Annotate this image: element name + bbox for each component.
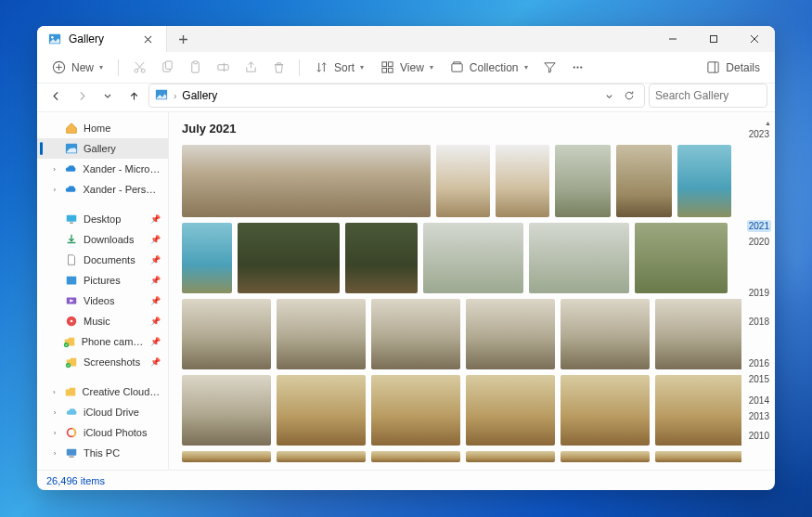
address-dropdown[interactable] <box>599 86 618 105</box>
forward-button[interactable] <box>71 84 93 107</box>
timeline-year[interactable]: 2019 <box>747 287 771 299</box>
photo-thumbnail[interactable] <box>677 145 731 217</box>
search-box[interactable] <box>649 84 767 108</box>
close-button[interactable] <box>734 26 775 52</box>
sidebar-item-documents[interactable]: Documents 📌 <box>37 250 168 270</box>
photo-thumbnail[interactable] <box>436 145 490 217</box>
svg-rect-12 <box>388 62 393 67</box>
timeline-year[interactable]: 2018 <box>747 316 771 328</box>
photo-thumbnail[interactable] <box>423 223 523 293</box>
photo-thumbnail[interactable] <box>345 223 418 293</box>
photo-thumbnail[interactable] <box>655 375 741 446</box>
sidebar-item-phone-camera[interactable]: Phone camera roll 📌 <box>37 331 168 352</box>
tab-gallery[interactable]: Gallery <box>37 26 167 52</box>
timeline-year[interactable]: 2015 <box>747 373 771 385</box>
sort-button[interactable]: Sort ▾ <box>307 55 371 81</box>
paste-button[interactable] <box>182 55 208 81</box>
refresh-button[interactable] <box>620 86 638 105</box>
back-button[interactable] <box>45 84 67 107</box>
sidebar-item-gallery[interactable]: Gallery <box>37 138 168 159</box>
more-button[interactable] <box>565 55 591 81</box>
photo-thumbnail[interactable] <box>655 299 741 369</box>
timeline-year[interactable]: 2021 <box>747 220 771 232</box>
collection-button[interactable]: Collection ▾ <box>443 55 535 81</box>
minimize-button[interactable] <box>652 26 693 52</box>
gallery-icon <box>155 88 168 104</box>
new-button[interactable]: New ▾ <box>45 55 110 81</box>
photo-thumbnail[interactable] <box>371 375 460 446</box>
sidebar-item-home[interactable]: Home <box>37 118 168 138</box>
svg-point-16 <box>574 66 575 68</box>
new-tab-button[interactable] <box>167 26 199 52</box>
photo-thumbnail[interactable] <box>238 223 340 293</box>
recent-dropdown[interactable] <box>97 84 119 107</box>
photo-thumbnail[interactable] <box>182 375 271 446</box>
maximize-button[interactable] <box>693 26 734 52</box>
sidebar-item-icloud-photos[interactable]: › iCloud Photos <box>37 422 168 443</box>
sidebar-item-downloads[interactable]: Downloads 📌 <box>37 229 168 250</box>
scroll-up-icon[interactable]: ▲ <box>765 120 771 126</box>
photo-thumbnail[interactable] <box>182 299 271 369</box>
timeline-year[interactable]: 2013 <box>747 410 771 422</box>
photo-thumbnail[interactable] <box>182 451 271 462</box>
chevron-right-icon[interactable]: › <box>50 388 58 396</box>
photo-thumbnail[interactable] <box>182 223 232 293</box>
photo-thumbnail[interactable] <box>655 451 741 462</box>
photo-thumbnail[interactable] <box>529 223 629 293</box>
photo-thumbnail[interactable] <box>277 375 366 446</box>
chevron-right-icon[interactable]: › <box>50 408 59 417</box>
tab-close-button[interactable] <box>140 32 155 46</box>
sidebar-item-desktop[interactable]: Desktop 📌 <box>37 209 168 229</box>
chevron-right-icon[interactable]: › <box>50 429 59 437</box>
photo-thumbnail[interactable] <box>466 451 555 462</box>
photo-thumbnail[interactable] <box>561 375 650 446</box>
photo-thumbnail[interactable] <box>277 299 366 369</box>
chevron-right-icon[interactable]: › <box>50 186 58 194</box>
chevron-right-icon[interactable]: › <box>50 449 59 458</box>
sidebar-item-xander-microsoft[interactable]: › Xander - Microsoft <box>37 159 168 179</box>
statusbar: 26,496 items <box>37 470 775 490</box>
timeline-year[interactable]: 2020 <box>747 236 771 248</box>
photo-thumbnail[interactable] <box>466 375 555 446</box>
more-icon <box>571 60 585 74</box>
filter-button[interactable] <box>537 55 563 81</box>
copy-icon <box>161 60 174 74</box>
photo-thumbnail[interactable] <box>561 299 650 369</box>
photo-thumbnail[interactable] <box>466 299 555 369</box>
timeline-year[interactable]: 2023 <box>747 128 771 140</box>
sidebar-item-this-pc[interactable]: › This PC <box>37 443 168 463</box>
sidebar-item-icloud-drive[interactable]: › iCloud Drive <box>37 402 168 422</box>
view-button[interactable]: View ▾ <box>373 55 441 81</box>
photo-thumbnail[interactable] <box>635 223 728 293</box>
photo-thumbnail[interactable] <box>371 451 460 462</box>
timeline-year[interactable]: 2010 <box>747 430 771 442</box>
sidebar-item-xander-personal[interactable]: › Xander - Personal <box>37 179 168 200</box>
cut-button[interactable] <box>126 55 152 81</box>
photo-thumbnail[interactable] <box>277 451 366 462</box>
photo-thumbnail[interactable] <box>182 145 431 217</box>
photo-thumbnail[interactable] <box>616 145 672 217</box>
photo-thumbnail[interactable] <box>496 145 549 217</box>
chevron-right-icon[interactable]: › <box>50 165 58 174</box>
timeline-year[interactable]: 2014 <box>747 394 771 407</box>
gallery-grid[interactable]: July 2021 <box>169 112 741 470</box>
address-bar[interactable]: › Gallery <box>148 84 645 108</box>
sidebar-item-screenshots[interactable]: Screenshots 📌 <box>37 352 168 372</box>
up-button[interactable] <box>122 84 145 107</box>
rename-button[interactable] <box>210 55 236 81</box>
copy-button[interactable] <box>154 55 180 81</box>
year-timeline[interactable]: ▲ 2023 2021 2020 2019 2018 2016 2015 201… <box>741 112 775 470</box>
timeline-year[interactable]: 2016 <box>747 357 771 369</box>
sidebar-item-pictures[interactable]: Pictures 📌 <box>37 270 168 291</box>
photo-thumbnail[interactable] <box>371 299 460 369</box>
share-button[interactable] <box>238 55 264 81</box>
photo-thumbnail[interactable] <box>561 451 650 462</box>
details-button[interactable]: Details <box>699 55 767 81</box>
details-icon <box>706 60 720 74</box>
search-input[interactable] <box>655 89 775 102</box>
sidebar-item-videos[interactable]: Videos 📌 <box>37 291 168 311</box>
sidebar-item-music[interactable]: Music 📌 <box>37 311 168 331</box>
delete-button[interactable] <box>265 55 291 81</box>
sidebar-item-creative-cloud[interactable]: › Creative Cloud Files <box>37 381 168 402</box>
photo-thumbnail[interactable] <box>555 145 611 217</box>
